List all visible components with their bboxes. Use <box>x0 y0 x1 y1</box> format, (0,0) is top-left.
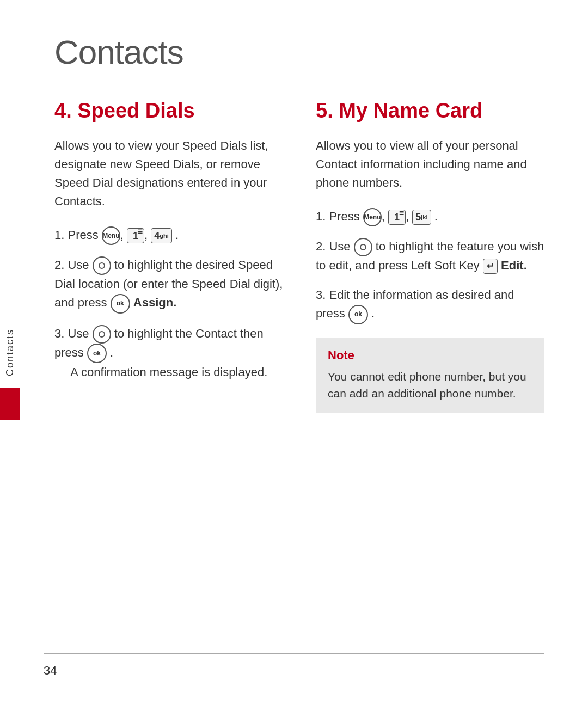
side-tab-bar <box>0 388 20 420</box>
step1-number: 1. Press <box>54 228 102 242</box>
section4-heading: 4. Speed Dials <box>54 99 283 124</box>
section4-step3: 3. Use to highlight the Contact then pre… <box>54 324 283 382</box>
section4-intro: Allows you to view your Speed Dials list… <box>54 137 283 211</box>
side-tab-text: Contacts <box>4 329 16 376</box>
ok-key-step2: ok <box>111 294 130 314</box>
section4-step3-subtext: A confirmation message is displayed. <box>54 365 267 379</box>
section-my-name-card: 5. My Name Card Allows you to view all o… <box>316 99 544 413</box>
key-1-1: 1☰ <box>127 228 144 243</box>
page-title: Contacts <box>54 33 544 71</box>
nav-icon-step3 <box>93 325 111 344</box>
section5-step1: 1. Press Menu, 1☰, 5jkl . <box>316 207 544 226</box>
section5-step2: 2. Use to highlight the feature you wish… <box>316 237 544 275</box>
two-column-layout: 4. Speed Dials Allows you to view your S… <box>54 99 544 413</box>
section4-step2: 2. Use to highlight the desired Speed Di… <box>54 256 283 313</box>
bottom-area: 34 <box>44 653 544 678</box>
ok-key-step3-r: ok <box>348 305 368 324</box>
ok-key-step3: ok <box>87 344 107 363</box>
note-box: Note You cannot edit phone number, but y… <box>316 338 544 413</box>
assign-word: Assign. <box>133 296 176 309</box>
section4-step1: 1. Press Menu, 1☰, 4ghi . <box>54 226 283 245</box>
section5-step3: 3. Edit the information as desired and p… <box>316 286 544 324</box>
section5-heading: 5. My Name Card <box>316 99 544 124</box>
key-4: 4ghi <box>151 228 172 243</box>
menu-key-1: Menu <box>102 226 120 245</box>
page-container: Contacts Contacts 4. Speed Dials Allows … <box>0 0 588 705</box>
section-speed-dials: 4. Speed Dials Allows you to view your S… <box>54 99 283 413</box>
menu-key-2: Menu <box>363 208 382 226</box>
side-tab: Contacts <box>0 309 20 396</box>
key-1-2: 1☰ <box>388 210 406 225</box>
nav-icon-step2-r <box>354 238 372 256</box>
section5-intro: Allows you to view all of your personal … <box>316 137 544 192</box>
edit-word: Edit. <box>501 259 527 272</box>
nav-icon-step2 <box>93 256 111 275</box>
left-soft-key: ↵ <box>483 259 498 274</box>
key-5: 5jkl <box>412 210 431 225</box>
page-number: 34 <box>44 664 57 677</box>
note-title: Note <box>328 348 532 363</box>
note-text: You cannot edit phone number, but you ca… <box>328 368 532 402</box>
